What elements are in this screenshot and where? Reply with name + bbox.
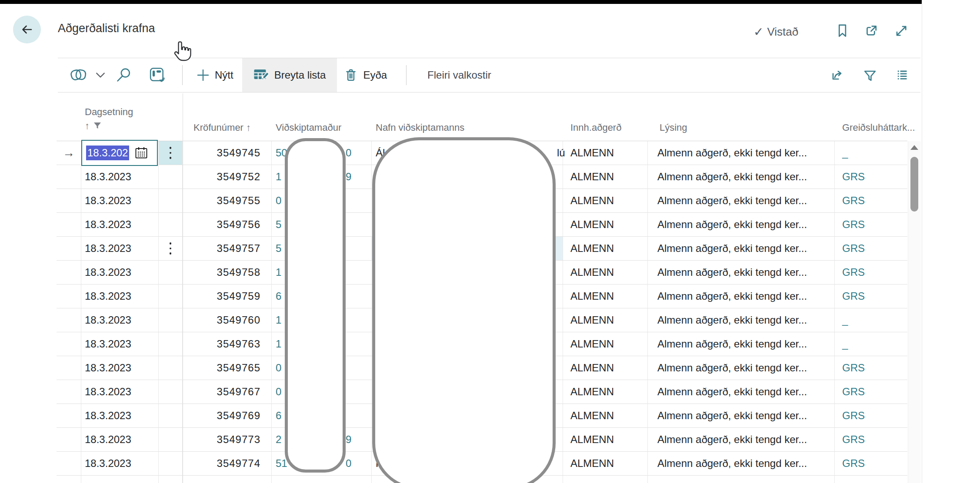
cell-description[interactable]: Almenn aðgerð, ekki tengd ker... [648, 213, 835, 236]
cell-payment[interactable]: GRS [835, 356, 907, 380]
cell-date[interactable]: 18.3.2023 18.3.2023 [81, 356, 159, 380]
cell-claim-number[interactable]: 3549757 [183, 237, 272, 260]
cell-date[interactable]: 18.3.202 18.3.202 [81, 141, 159, 165]
cell-row-menu[interactable] [159, 476, 183, 483]
cell-description[interactable]: Almenn aðgerð, ekki tengd ker... [648, 285, 835, 308]
payment-code-link[interactable]: _ [842, 314, 848, 326]
cell-row-menu[interactable] [159, 380, 183, 404]
column-header-date[interactable]: Dagsetning ↑ [85, 106, 133, 132]
cell-payment[interactable] [835, 476, 907, 483]
row-selector-cell[interactable]: → [57, 237, 81, 260]
cell-date[interactable]: 18.3.2023 18.3.2023 [81, 452, 159, 475]
back-button[interactable] [13, 16, 41, 43]
cell-action[interactable]: ALMENN [563, 380, 648, 404]
cell-row-menu[interactable] [159, 332, 183, 356]
cell-action[interactable]: ALMENN [563, 308, 648, 332]
cell-date[interactable]: 18.3.2023 18.3.2023 [81, 404, 159, 427]
cell-claim-number[interactable]: 3549760 [183, 308, 272, 332]
share-button[interactable] [829, 67, 845, 83]
cell-description[interactable] [648, 476, 835, 483]
cell-date[interactable]: 18.3.2023 18.3.2023 [81, 380, 159, 404]
cell-claim-number[interactable]: 3549767 [183, 380, 272, 404]
row-selector-cell[interactable]: → [57, 452, 81, 475]
cell-claim-number[interactable]: 3549755 [183, 189, 272, 212]
payment-code-link[interactable]: GRS [842, 171, 865, 183]
cell-action[interactable]: ALMENN [563, 237, 648, 260]
cell-description[interactable]: Almenn aðgerð, ekki tengd ker... [648, 141, 835, 165]
column-header-description[interactable]: Lýsing [660, 122, 687, 133]
cell-description[interactable]: Almenn aðgerð, ekki tengd ker... [648, 332, 835, 356]
cell-row-menu[interactable] [159, 452, 183, 475]
row-selector-cell[interactable]: → [57, 165, 81, 189]
cell-action[interactable]: ALMENN [563, 261, 648, 284]
cell-action[interactable]: ALMENN [563, 404, 648, 427]
customer-number-link[interactable]: 0 [276, 362, 281, 374]
bookmark-button[interactable] [834, 23, 850, 39]
cell-date[interactable] [81, 476, 159, 483]
cell-action[interactable]: ALMENN [563, 165, 648, 189]
list-options-button[interactable] [895, 67, 911, 83]
cell-description[interactable]: Almenn aðgerð, ekki tengd ker... [648, 189, 835, 212]
cell-payment[interactable]: _ [835, 332, 907, 356]
customer-number-link[interactable]: 6 [276, 290, 281, 302]
cell-claim-number[interactable]: 3549774 [183, 452, 272, 475]
cell-payment[interactable]: GRS [835, 237, 907, 260]
cell-row-menu[interactable] [159, 285, 183, 308]
cell-description[interactable]: Almenn aðgerð, ekki tengd ker... [648, 452, 835, 475]
payment-code-link[interactable]: GRS [842, 362, 865, 374]
calendar-icon[interactable] [135, 146, 148, 159]
customer-number-link[interactable]: 0 [276, 386, 281, 398]
payment-code-link[interactable]: GRS [842, 457, 865, 470]
cell-date[interactable]: 18.3.2023 18.3.2023 [81, 285, 159, 308]
cell-action[interactable]: ALMENN [563, 189, 648, 212]
row-selector-cell[interactable]: → [57, 285, 81, 308]
row-selector-cell[interactable]: → [57, 261, 81, 284]
payment-code-link[interactable]: GRS [842, 290, 865, 302]
cell-payment[interactable]: GRS [835, 428, 907, 451]
customer-number-link[interactable]: 6 [276, 410, 281, 422]
cell-action[interactable]: ALMENN [563, 452, 648, 475]
cell-claim-number[interactable]: 3549773 [183, 428, 272, 451]
cell-row-menu[interactable] [159, 237, 183, 260]
cell-description[interactable]: Almenn aðgerð, ekki tengd ker... [648, 261, 835, 284]
edit-list-button[interactable]: Breyta lista [242, 58, 337, 92]
customer-number-link[interactable]: 1 [276, 171, 281, 183]
customer-number-link[interactable]: 1 [276, 314, 281, 326]
cell-row-menu[interactable] [159, 404, 183, 427]
cell-row-menu[interactable] [159, 428, 183, 451]
cell-action[interactable]: ALMENN [563, 213, 648, 236]
cell-payment[interactable]: GRS [835, 165, 907, 189]
cell-row-menu[interactable] [159, 261, 183, 284]
payment-code-link[interactable]: GRS [842, 386, 865, 398]
cell-row-menu[interactable] [159, 308, 183, 332]
row-selector-cell[interactable]: → [57, 213, 81, 236]
cell-row-menu[interactable] [159, 165, 183, 189]
payment-code-link[interactable]: GRS [842, 410, 865, 422]
cell-action[interactable]: ALMENN [563, 356, 648, 380]
cell-row-menu[interactable] [159, 213, 183, 236]
cell-date[interactable]: 18.3.2023 18.3.2023 [81, 189, 159, 212]
column-header-action[interactable]: Innh.aðgerð [570, 122, 621, 133]
customer-number-link[interactable]: 1 [276, 338, 281, 350]
column-header-customer[interactable]: Viðskiptamaður [276, 122, 341, 133]
cell-action[interactable]: ALMENN [563, 141, 648, 165]
cell-payment[interactable]: _ [835, 141, 907, 165]
row-selector-cell[interactable]: → [57, 308, 81, 332]
cell-date[interactable]: 18.3.2023 18.3.2023 [81, 308, 159, 332]
cell-payment[interactable]: _ [835, 308, 907, 332]
new-button[interactable]: Nýtt [197, 69, 233, 82]
scrollbar-up-arrow[interactable] [910, 145, 918, 150]
cell-payment[interactable]: GRS [835, 189, 907, 212]
vertical-scrollbar[interactable] [908, 141, 921, 483]
cell-date[interactable]: 18.3.2023 18.3.2023 [81, 213, 159, 236]
expand-page-button[interactable] [893, 23, 909, 39]
cell-action[interactable] [563, 476, 648, 483]
row-selector-cell[interactable]: → [57, 141, 81, 165]
customer-number-link[interactable]: 0 [276, 195, 281, 207]
payment-code-link[interactable]: GRS [842, 218, 865, 231]
row-selector-cell[interactable]: → [57, 356, 81, 380]
column-header-customer-name[interactable]: Nafn viðskiptamanns [376, 122, 464, 133]
cell-payment[interactable]: GRS [835, 380, 907, 404]
cell-payment[interactable]: GRS [835, 285, 907, 308]
cell-description[interactable]: Almenn aðgerð, ekki tengd ker... [648, 404, 835, 427]
